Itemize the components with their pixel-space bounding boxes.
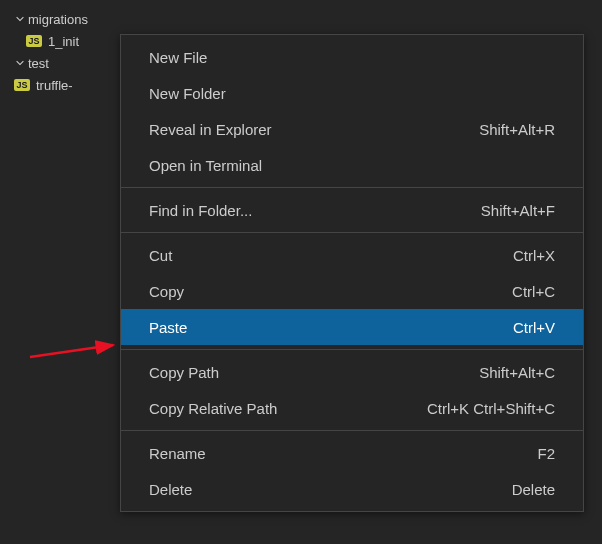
chevron-down-icon bbox=[12, 57, 28, 69]
menu-item-label: Copy Path bbox=[149, 364, 459, 381]
context-menu: New FileNew FolderReveal in ExplorerShif… bbox=[120, 34, 584, 512]
menu-item-label: Copy Relative Path bbox=[149, 400, 407, 417]
menu-item-copy[interactable]: CopyCtrl+C bbox=[121, 273, 583, 309]
menu-item-shortcut: Ctrl+V bbox=[513, 319, 555, 336]
chevron-down-icon bbox=[12, 13, 28, 25]
menu-item-label: Delete bbox=[149, 481, 492, 498]
menu-item-new-folder[interactable]: New Folder bbox=[121, 75, 583, 111]
file-label: 1_init bbox=[48, 34, 79, 49]
menu-item-find-in-folder[interactable]: Find in Folder...Shift+Alt+F bbox=[121, 192, 583, 228]
folder-label: test bbox=[28, 56, 49, 71]
menu-item-label: Paste bbox=[149, 319, 493, 336]
menu-item-copy-path[interactable]: Copy PathShift+Alt+C bbox=[121, 354, 583, 390]
menu-item-shortcut: Delete bbox=[512, 481, 555, 498]
menu-separator bbox=[121, 232, 583, 233]
menu-item-label: Cut bbox=[149, 247, 493, 264]
menu-item-reveal-in-explorer[interactable]: Reveal in ExplorerShift+Alt+R bbox=[121, 111, 583, 147]
menu-item-delete[interactable]: DeleteDelete bbox=[121, 471, 583, 507]
menu-item-shortcut: Shift+Alt+R bbox=[479, 121, 555, 138]
js-file-icon: JS bbox=[24, 35, 44, 47]
menu-separator bbox=[121, 187, 583, 188]
menu-item-open-in-terminal[interactable]: Open in Terminal bbox=[121, 147, 583, 183]
menu-item-paste[interactable]: PasteCtrl+V bbox=[121, 309, 583, 345]
js-file-icon: JS bbox=[12, 79, 32, 91]
menu-item-label: Find in Folder... bbox=[149, 202, 461, 219]
menu-item-shortcut: Ctrl+X bbox=[513, 247, 555, 264]
menu-item-shortcut: F2 bbox=[537, 445, 555, 462]
menu-item-rename[interactable]: RenameF2 bbox=[121, 435, 583, 471]
menu-item-label: Reveal in Explorer bbox=[149, 121, 459, 138]
menu-item-label: Rename bbox=[149, 445, 517, 462]
menu-item-label: New File bbox=[149, 49, 555, 66]
folder-migrations[interactable]: migrations bbox=[0, 8, 602, 30]
menu-item-label: New Folder bbox=[149, 85, 555, 102]
menu-item-new-file[interactable]: New File bbox=[121, 39, 583, 75]
menu-item-cut[interactable]: CutCtrl+X bbox=[121, 237, 583, 273]
menu-separator bbox=[121, 430, 583, 431]
menu-item-shortcut: Ctrl+C bbox=[512, 283, 555, 300]
menu-item-label: Open in Terminal bbox=[149, 157, 555, 174]
menu-item-shortcut: Ctrl+K Ctrl+Shift+C bbox=[427, 400, 555, 417]
file-label: truffle- bbox=[36, 78, 73, 93]
menu-item-shortcut: Shift+Alt+C bbox=[479, 364, 555, 381]
menu-item-shortcut: Shift+Alt+F bbox=[481, 202, 555, 219]
folder-label: migrations bbox=[28, 12, 88, 27]
menu-item-label: Copy bbox=[149, 283, 492, 300]
menu-separator bbox=[121, 349, 583, 350]
menu-item-copy-relative-path[interactable]: Copy Relative PathCtrl+K Ctrl+Shift+C bbox=[121, 390, 583, 426]
